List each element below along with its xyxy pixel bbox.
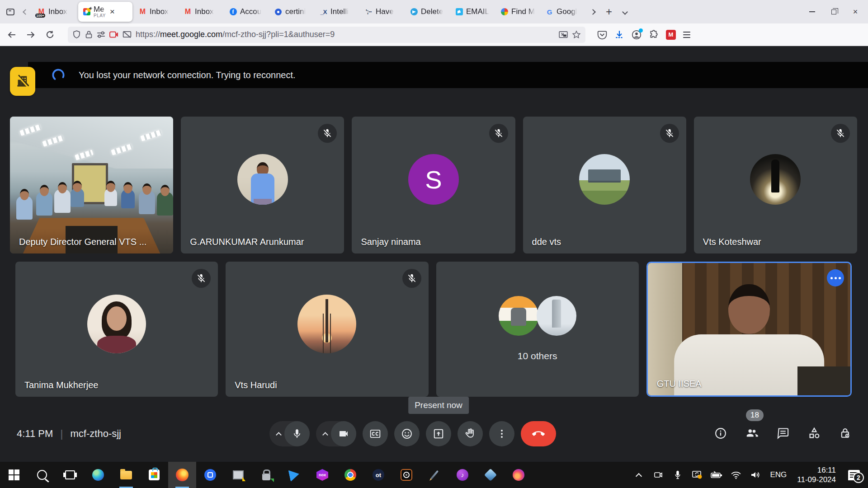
tray-wifi-icon[interactable] [728,466,744,484]
tab-haveibeenpwned[interactable]: ';-- Have [360,2,404,22]
notification-center-button[interactable]: 2 [844,466,864,484]
tile-gtu-iisea-self[interactable]: GTU IISEA [646,262,852,397]
url-text[interactable]: https://meet.google.com/mcf-ztho-sjj?pli… [136,30,555,39]
gmail-icon: M100+ [38,8,45,16]
taskbar-app-explorer[interactable] [112,462,140,488]
tray-clock[interactable]: 16:11 11-09-2024 [793,465,840,485]
tab-close-button[interactable]: × [110,7,115,17]
tile-dde-vts[interactable]: dde vts [523,117,686,253]
tab-facebook[interactable]: f Accou [225,2,268,22]
window-minimize-button[interactable] [802,4,822,20]
tile-tanima[interactable]: Tanima Mukherjee [15,262,218,397]
bookmark-star-icon[interactable] [572,30,581,39]
more-options-button[interactable] [489,421,514,446]
taskbar-app-nox[interactable]: nox [308,462,336,488]
tab-telegram[interactable]: Delete [406,2,449,22]
tab-inbox-2[interactable]: M Inbox [134,2,178,22]
tile-harudi[interactable]: Vts Harudi [226,262,428,397]
mic-button[interactable] [284,421,310,446]
taskbar-app-pen-tool[interactable] [420,462,448,488]
taskbar-app-music[interactable]: ♪ [448,462,476,488]
tracking-shield-icon[interactable] [72,30,81,39]
url-bar[interactable]: https://meet.google.com/mcf-ztho-sjj?pli… [68,27,585,43]
account-icon[interactable] [632,30,642,40]
start-button[interactable] [0,462,28,488]
reload-button[interactable] [42,28,57,42]
captions-button[interactable] [363,421,388,446]
tray-mic-icon[interactable] [670,466,685,484]
task-view-button[interactable] [56,462,84,488]
raise-hand-button[interactable] [458,421,483,446]
tile-koteshwar[interactable]: Vts Koteshwar [694,117,857,253]
tray-camera-icon[interactable] [651,466,666,484]
taskbar-app-edge[interactable] [84,462,112,488]
tab-certin[interactable]: certini [270,2,313,22]
window-restore-button[interactable] [824,4,844,20]
mic-button-group[interactable] [269,421,310,446]
mendeley-icon[interactable]: M [666,30,676,40]
menu-hamburger-icon[interactable] [683,32,690,38]
tile-deputy-director[interactable]: Deputy Director General VTS ... [10,117,173,253]
permissions-icon[interactable] [97,30,105,39]
list-all-tabs-button[interactable] [618,8,632,16]
tile-sanjay[interactable]: S Sanjay ninama [352,117,515,253]
taskbar-search-button[interactable] [28,462,56,488]
tab-google[interactable]: G Googl [541,2,585,22]
meeting-details-button[interactable] [714,427,727,440]
back-button[interactable] [5,28,19,42]
tray-language-indicator[interactable]: ENG [767,470,789,479]
recording-indicator-badge[interactable] [10,67,35,96]
taskbar-app-3dviewer[interactable] [476,462,505,488]
tab-meet-active[interactable]: Me PLAY × [78,2,132,22]
camera-button[interactable] [331,421,356,446]
leave-call-button[interactable] [521,421,556,446]
taskbar-app-chrome[interactable] [336,462,364,488]
new-tab-button[interactable]: + [601,5,617,18]
mic-options-chevron-icon[interactable] [276,432,282,438]
taskbar-app-movies[interactable] [196,462,224,488]
downloads-icon[interactable] [614,30,624,40]
tray-volume-icon[interactable] [748,466,763,484]
tray-battery-icon[interactable] [709,466,724,484]
tile-options-button[interactable] [827,269,844,286]
taskbar-app-store[interactable] [140,462,168,488]
pocket-icon[interactable] [597,30,607,40]
taskbar-app-ot[interactable]: ot [364,462,392,488]
tab-email[interactable]: EMAIL [451,2,494,22]
tab-scroll-right-button[interactable] [586,8,599,16]
camera-in-use-icon[interactable] [109,30,118,39]
taskbar-app-camera-tool[interactable] [392,462,420,488]
taskbar-app-vscode[interactable] [280,462,308,488]
taskbar-app-flame[interactable] [505,462,533,488]
tab-inbox-3[interactable]: M Inbox [179,2,223,22]
forward-button[interactable] [24,28,38,42]
activities-button[interactable] [807,427,821,440]
extensions-icon[interactable] [649,30,659,40]
tab-scroll-left-button[interactable] [20,8,31,16]
tab-inbox-1[interactable]: M100+ Inbox [33,2,76,22]
taskbar-app-firefox[interactable] [168,462,196,488]
tile-ten-others[interactable]: 10 others [436,262,639,397]
camera-button-group[interactable] [316,421,356,446]
tray-display-alert-icon[interactable] [689,466,705,484]
firefox-view-icon[interactable] [3,4,18,19]
chat-button[interactable] [777,427,789,440]
lock-icon[interactable] [85,30,93,39]
picture-in-picture-icon[interactable] [559,30,568,39]
taskbar-app-remote[interactable] [224,462,252,488]
reactions-button[interactable] [394,421,420,446]
tab-title: Inbox [150,7,169,16]
present-button[interactable]: Present now [426,421,451,446]
tab-audio-playing-icon [89,6,94,11]
tab-findmy[interactable]: Find M [496,2,539,22]
screenshare-blocked-icon[interactable] [123,30,132,39]
host-controls-button[interactable] [839,427,852,440]
tile-arunkumar[interactable]: G.ARUNKUMAR Arunkumar [181,117,344,253]
raise-hand-icon [464,428,476,440]
participants-button[interactable]: 18 [745,427,759,440]
tray-show-hidden-button[interactable] [631,466,646,484]
camera-options-chevron-icon[interactable] [322,432,328,438]
taskbar-app-secure-sync[interactable] [252,462,280,488]
tab-intelli[interactable]: _X Intelli [315,2,359,22]
window-close-button[interactable]: × [845,4,865,20]
